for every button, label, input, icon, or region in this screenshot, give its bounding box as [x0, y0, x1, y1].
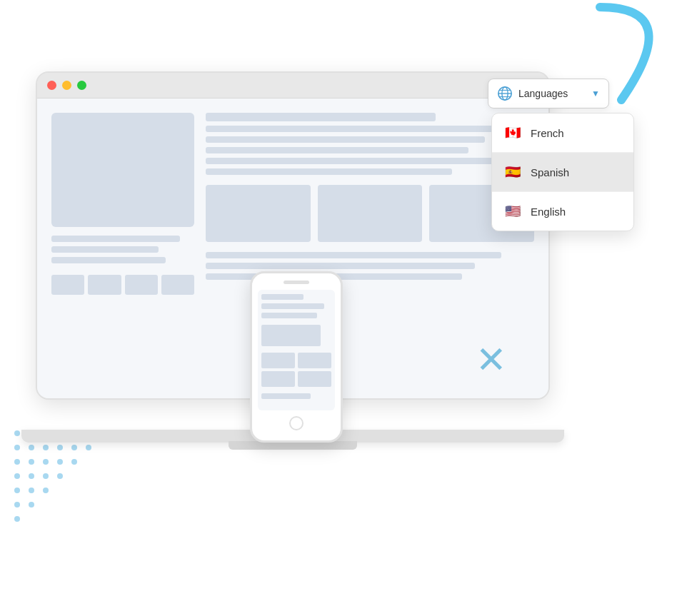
- right-grid: [206, 185, 534, 242]
- text-line: [206, 252, 501, 258]
- text-line: [51, 257, 166, 263]
- dot: [14, 459, 20, 465]
- small-block: [161, 275, 194, 295]
- phone-screen: [258, 290, 335, 410]
- small-block: [51, 275, 84, 295]
- x-mark-decoration: ✕: [476, 341, 507, 378]
- dot: [43, 445, 49, 450]
- dot: [57, 445, 63, 450]
- small-blocks-grid: [51, 275, 194, 295]
- english-label: English: [531, 206, 566, 218]
- dot: [71, 459, 77, 465]
- phone-text-line: [261, 294, 304, 300]
- titlebar-close-btn: [47, 81, 56, 90]
- dot: [29, 473, 34, 479]
- dot: [29, 459, 34, 465]
- language-button-label: Languages: [518, 88, 586, 99]
- dot: [14, 473, 20, 479]
- dropdown-item-french[interactable]: 🇨🇦 French: [492, 113, 633, 152]
- dot: [29, 488, 34, 493]
- titlebar-maximize-btn: [77, 81, 86, 90]
- french-label: French: [531, 127, 564, 139]
- dropdown-item-english[interactable]: 🇺🇸 English: [492, 192, 633, 231]
- dot: [43, 473, 49, 479]
- spanish-label: Spanish: [531, 166, 569, 178]
- text-line: [206, 147, 468, 153]
- left-column: [51, 113, 194, 384]
- spanish-flag-icon: 🇪🇸: [503, 163, 522, 181]
- phone-speaker: [284, 281, 309, 284]
- dot: [29, 502, 34, 508]
- grid-block: [206, 185, 311, 242]
- laptop-titlebar: [37, 73, 548, 99]
- phone-cell: [261, 371, 295, 387]
- text-line: [206, 263, 475, 269]
- english-flag-icon: 🇺🇸: [503, 202, 522, 221]
- phone-illustration: [250, 271, 343, 443]
- left-image-placeholder: [51, 113, 194, 227]
- text-line: [206, 136, 485, 143]
- left-text-lines: [51, 236, 194, 263]
- dot: [71, 445, 77, 450]
- text-line: [51, 246, 159, 253]
- phone-cell: [298, 371, 331, 387]
- phone-text-line: [261, 303, 324, 309]
- text-line: [206, 113, 436, 121]
- dot: [57, 473, 63, 479]
- dot: [29, 445, 34, 450]
- text-line: [206, 168, 452, 175]
- grid-block: [318, 185, 423, 242]
- dot: [43, 459, 49, 465]
- decorative-dots: [14, 430, 100, 530]
- globe-icon: [497, 86, 513, 101]
- phone-home-button: [289, 416, 304, 430]
- small-block: [88, 275, 121, 295]
- right-text-lines: [206, 113, 534, 175]
- text-line: [206, 126, 501, 132]
- language-dropdown: 🇨🇦 French 🇪🇸 Spanish 🇺🇸 English: [491, 113, 634, 231]
- dot: [14, 502, 20, 508]
- chevron-down-icon: ▼: [591, 89, 600, 99]
- phone-image-block: [261, 325, 321, 346]
- dot: [14, 516, 20, 522]
- phone-cell: [298, 353, 331, 368]
- phone-grid: [261, 353, 331, 387]
- dropdown-item-spanish[interactable]: 🇪🇸 Spanish: [492, 153, 633, 191]
- small-block: [125, 275, 158, 295]
- dot: [43, 488, 49, 493]
- text-line: [206, 158, 495, 164]
- dot: [14, 488, 20, 493]
- french-flag-icon: 🇨🇦: [503, 123, 522, 142]
- text-line: [51, 236, 180, 242]
- titlebar-minimize-btn: [62, 81, 71, 90]
- phone-text-line: [261, 313, 317, 318]
- dot: [86, 445, 91, 450]
- phone-text-line: [261, 393, 311, 399]
- dot: [57, 459, 63, 465]
- dot: [14, 430, 20, 436]
- dot: [14, 445, 20, 450]
- language-button[interactable]: Languages ▼: [488, 79, 609, 108]
- phone-cell: [261, 353, 295, 368]
